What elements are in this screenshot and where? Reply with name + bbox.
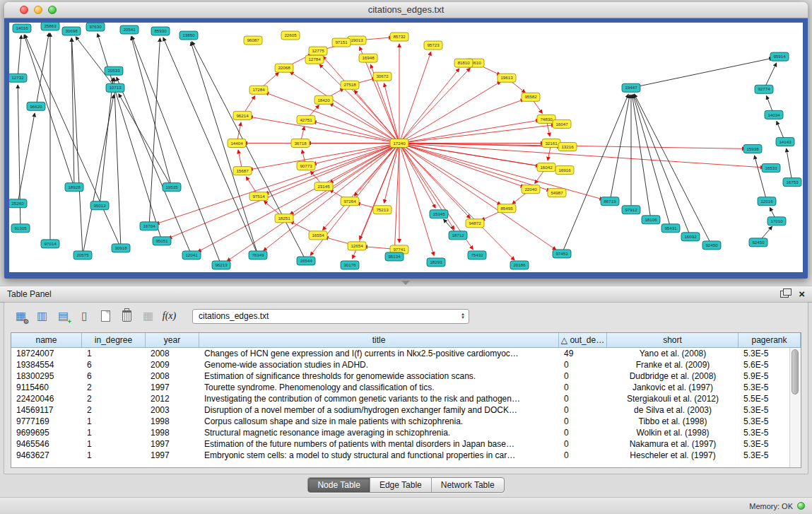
column-header-short[interactable]: short xyxy=(607,333,739,347)
new-file-icon[interactable] xyxy=(96,307,115,326)
graph-node[interactable]: 18251 xyxy=(275,214,293,223)
graph-node[interactable]: 10713 xyxy=(106,83,124,92)
graph-node[interactable]: 18712 xyxy=(449,231,467,240)
graph-node[interactable]: 13850 xyxy=(180,31,198,40)
graph-node[interactable]: 95431 xyxy=(661,224,680,233)
function-builder-icon[interactable]: f(x) xyxy=(160,307,179,326)
graph-node[interactable]: 20186 xyxy=(510,261,529,269)
graph-node[interactable]: 15687 xyxy=(233,167,252,175)
graph-node[interactable]: 22605 xyxy=(281,31,300,40)
graph-node[interactable]: 30698 xyxy=(62,27,81,35)
graph-node[interactable]: 95582 xyxy=(522,93,540,101)
graph-node[interactable]: 12732 xyxy=(9,74,27,82)
graph-node[interactable]: 25863 xyxy=(41,23,59,30)
graph-node[interactable]: 85732 xyxy=(390,33,408,41)
graph-node[interactable]: 91305 xyxy=(11,224,30,233)
column-header-name[interactable]: name xyxy=(11,333,82,347)
table-row[interactable]: 2242004622012Investigating the contribut… xyxy=(11,393,801,404)
column-header-out_de[interactable]: △ out_de… xyxy=(559,333,607,347)
table-row[interactable]: 911546021997Tourette syndrome. Phenomeno… xyxy=(11,382,801,393)
graph-node[interactable]: 16047 xyxy=(553,119,571,128)
graph-node[interactable]: 54987 xyxy=(548,189,566,197)
graph-node[interactable]: 94872 xyxy=(466,219,484,228)
graph-node[interactable]: 86719 xyxy=(601,197,619,206)
graph-node[interactable]: 15938 xyxy=(743,144,762,153)
graph-node[interactable]: 95914 xyxy=(770,52,789,61)
graph-node[interactable]: 16948 xyxy=(359,54,377,62)
float-panel-icon[interactable] xyxy=(780,291,789,298)
trash-icon[interactable] xyxy=(117,307,136,326)
graph-node[interactable]: 75432 xyxy=(468,251,486,259)
graph-node[interactable]: 95723 xyxy=(424,41,442,49)
scrollbar-thumb[interactable] xyxy=(792,349,799,395)
window-minimize-button[interactable] xyxy=(34,6,42,14)
graph-node[interactable]: 16753 xyxy=(783,178,801,187)
graph-node[interactable]: 42751 xyxy=(297,115,315,124)
column-header-title[interactable]: title xyxy=(199,333,559,347)
panel-splitter[interactable] xyxy=(0,279,812,286)
column-header-year[interactable]: year xyxy=(146,333,199,347)
table-row[interactable]: 946362711997Embryonic stem cells: a mode… xyxy=(11,450,801,461)
graph-node[interactable]: 30918 xyxy=(112,244,130,252)
graph-node[interactable]: 96620 xyxy=(27,102,45,110)
graph-node[interactable]: 97514 xyxy=(249,192,268,201)
graph-node[interactable]: 17010 xyxy=(767,217,786,226)
graph-node[interactable]: 22068 xyxy=(275,64,293,72)
window-zoom-button[interactable] xyxy=(48,6,57,14)
columns-icon[interactable]: ▥ xyxy=(33,307,52,326)
graph-node[interactable]: 17284 xyxy=(249,86,268,94)
graph-node[interactable]: 14404 xyxy=(228,139,246,147)
graph-node[interactable]: 96087 xyxy=(244,36,262,45)
table-selector-dropdown[interactable]: citations_edges.txt ▲ ▼ xyxy=(192,309,469,324)
column-header-in_degree[interactable]: in_degree xyxy=(82,333,146,347)
graph-node[interactable]: 85495 xyxy=(498,204,516,213)
graph-node[interactable]: 30672 xyxy=(373,72,392,81)
graph-node[interactable]: 27518 xyxy=(341,81,359,89)
graph-node[interactable]: 32161 xyxy=(542,139,560,147)
graph-node[interactable]: 14143 xyxy=(776,137,794,146)
graph-node[interactable]: 20575 xyxy=(73,251,92,259)
graph-node[interactable]: 92450 xyxy=(749,238,767,247)
graph-node[interactable]: 16916 xyxy=(555,166,574,175)
tab-network-table[interactable]: Network Table xyxy=(431,478,504,492)
graph-node[interactable]: 12654 xyxy=(348,242,366,250)
graph-node[interactable]: 97264 xyxy=(341,197,359,206)
graph-node[interactable]: 97630 xyxy=(86,23,105,31)
graph-node[interactable]: 16554 xyxy=(309,231,327,240)
graph-node[interactable]: 18106 xyxy=(642,216,660,224)
graph-node[interactable]: 12041 xyxy=(182,251,201,259)
graph-node[interactable]: 12775 xyxy=(309,47,327,55)
graph-node[interactable]: 76349 xyxy=(249,251,267,259)
graph-node[interactable]: 25260 xyxy=(9,199,27,208)
graph-node[interactable]: 85930 xyxy=(151,27,170,35)
graph-node[interactable]: 96214 xyxy=(233,111,252,119)
graph-node[interactable]: 13216 xyxy=(558,142,577,151)
graph-node[interactable]: 97453 xyxy=(553,250,571,258)
graph-node[interactable]: 75213 xyxy=(373,206,392,214)
graph-node[interactable]: 19613 xyxy=(498,74,516,82)
graph-node[interactable]: 12784 xyxy=(305,55,324,64)
graph-node[interactable]: 97912 xyxy=(622,206,640,214)
graph-node[interactable]: 81810 xyxy=(454,59,473,67)
tab-node-table[interactable]: Node Table xyxy=(308,478,370,492)
graph-node[interactable]: 36718 xyxy=(291,139,310,147)
table-mode-icon[interactable]: ▦⚙ xyxy=(11,307,30,326)
rows-icon[interactable]: ▯ xyxy=(75,307,94,326)
table-row[interactable]: 1872400712008Changes of HCN gene express… xyxy=(11,348,801,359)
graph-node[interactable]: 22040 xyxy=(522,185,540,194)
graph-node[interactable]: 15345 xyxy=(430,210,448,218)
splitter-handle-icon[interactable] xyxy=(401,281,410,285)
graph-node[interactable]: 20533 xyxy=(105,66,123,75)
graph-node[interactable]: 14034 xyxy=(765,110,783,119)
graph-node[interactable]: 16042 xyxy=(537,163,555,172)
table-row[interactable]: 946554611997Estimation of the future num… xyxy=(11,438,801,450)
graph-node[interactable]: 16092 xyxy=(681,233,700,241)
table-row[interactable]: 1938455462009Genome-wide association stu… xyxy=(11,359,801,370)
graph-node[interactable]: 30176 xyxy=(341,261,359,269)
graph-node[interactable]: 18293 xyxy=(427,258,445,267)
window-close-button[interactable] xyxy=(20,6,28,14)
table-row[interactable]: 969969511998Structural magnetic resonanc… xyxy=(11,427,801,438)
graph-node[interactable]: 18928 xyxy=(65,183,83,192)
window-titlebar[interactable]: citations_edges.txt xyxy=(4,2,808,18)
add-column-icon[interactable]: ▤+ xyxy=(54,307,73,326)
